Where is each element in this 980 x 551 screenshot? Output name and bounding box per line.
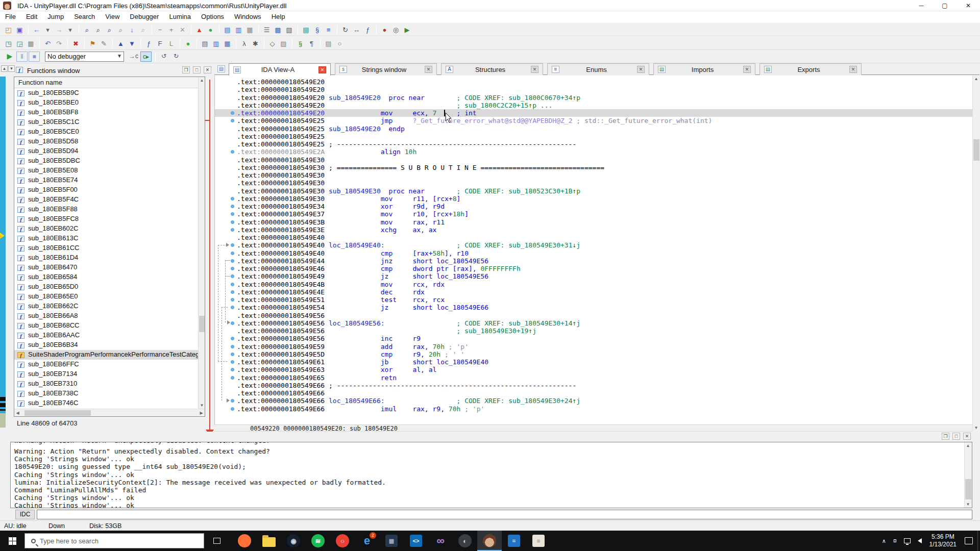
- disasm-line[interactable]: .text:0000000180549E25 ; ---------------…: [215, 140, 972, 148]
- function-row[interactable]: fsub_180EB5E74: [14, 176, 198, 185]
- menu-edit[interactable]: Edit: [21, 11, 42, 22]
- function-row[interactable]: fsub_180EB5D94: [14, 146, 198, 156]
- tab-structures[interactable]: AStructures✕: [441, 63, 543, 75]
- disasm-line[interactable]: .text:0000000180549E56 ; sub_180549E30+1…: [215, 327, 972, 335]
- lumina-status-icon[interactable]: ●: [205, 24, 216, 35]
- taskbar-app-dev-app-icon[interactable]: ▦: [379, 531, 404, 551]
- window-b-icon[interactable]: ▥: [211, 38, 222, 48]
- jump-address-icon[interactable]: ↓: [127, 24, 137, 35]
- tab-exports[interactable]: ▤Exports✕: [760, 63, 862, 75]
- taskbar-clock[interactable]: 5:36 PM 1/13/2021: [929, 533, 957, 548]
- navigate-forward-icon[interactable]: →: [54, 24, 64, 35]
- function-row[interactable]: fsub_180EB5E08: [14, 166, 198, 176]
- edit-icon[interactable]: ✎: [99, 38, 109, 48]
- function-row[interactable]: fsub_180EB5C1C: [14, 117, 198, 127]
- output-restore-icon[interactable]: ❐: [942, 433, 949, 440]
- menu-windows[interactable]: Windows: [229, 11, 266, 22]
- tab-close-icon[interactable]: ✕: [849, 66, 857, 73]
- step-back-icon[interactable]: ↺: [158, 52, 169, 62]
- unhide-item-icon[interactable]: +: [166, 24, 177, 35]
- window-copy-icon[interactable]: ▤: [222, 24, 233, 35]
- scrollbar-thumb[interactable]: [24, 410, 91, 416]
- disasm-line[interactable]: .text:0000000180549E49 jz short loc_1805…: [215, 272, 972, 280]
- functions-close-icon[interactable]: ✕: [204, 66, 211, 73]
- window-c-icon[interactable]: ▦: [222, 38, 233, 48]
- menu-view[interactable]: View: [100, 11, 125, 22]
- redo-icon[interactable]: ↷: [54, 38, 64, 48]
- action-center-icon[interactable]: [965, 537, 973, 544]
- xrefs-icon[interactable]: ↔: [351, 24, 362, 35]
- minimize-button[interactable]: ─: [910, 0, 933, 11]
- tab-close-icon[interactable]: ✕: [425, 66, 432, 73]
- function-row[interactable]: fsub_180EB7134: [14, 369, 198, 379]
- function-row[interactable]: fsub_180EB5BF8: [14, 108, 198, 117]
- disasm-line[interactable]: .text:0000000180549E66 loc_180549E66: ; …: [215, 397, 972, 405]
- taskbar-app-utility-icon[interactable]: ◐: [453, 531, 477, 551]
- function-italic-icon[interactable]: ƒ: [143, 38, 154, 48]
- next-mark-icon[interactable]: ▼: [127, 38, 137, 48]
- run-cursor-icon[interactable]: c▸: [140, 52, 152, 62]
- pause-button[interactable]: Ⅱ: [16, 52, 28, 62]
- menu-debugger[interactable]: Debugger: [125, 11, 164, 22]
- rerun-icon[interactable]: ↻: [170, 52, 182, 62]
- start-button[interactable]: [0, 531, 24, 551]
- disasm-line[interactable]: .text:0000000180549E65 retn: [215, 374, 972, 382]
- disasm-line[interactable]: .text:0000000180549E40 cmp [rax+58h], r1…: [215, 249, 972, 257]
- scroll-up-icon[interactable]: ▲: [973, 76, 979, 82]
- flirt-icon[interactable]: F: [155, 38, 165, 48]
- disasm-line[interactable]: .text:0000000180549E66: [215, 389, 972, 397]
- disasm-line[interactable]: .text:0000000180549E4B mov rcx, rdx: [215, 281, 972, 288]
- functions-column-header[interactable]: Function name: [14, 77, 198, 88]
- function-row[interactable]: fsub_180EB613C: [14, 234, 198, 243]
- navigate-back-icon[interactable]: ←: [31, 24, 42, 35]
- taskbar-app-ida-icon[interactable]: [477, 531, 502, 551]
- navigation-band[interactable]: [0, 77, 6, 428]
- flow-chart-icon[interactable]: ▧: [284, 24, 295, 35]
- microphone-icon[interactable]: ¤: [893, 537, 897, 544]
- function-row[interactable]: fSuiteShaderProgramPerformancekPerforman…: [14, 350, 198, 360]
- function-row[interactable]: fsub_180EB5DBC: [14, 156, 198, 166]
- function-row[interactable]: fsub_180EB5F00: [14, 185, 198, 195]
- function-row[interactable]: fsub_180EB5D58: [14, 137, 198, 146]
- stop-button[interactable]: ■: [29, 52, 40, 62]
- scroll-up-icon[interactable]: ▲: [1, 65, 8, 72]
- disassembly-view[interactable]: .text:0000000180549E20.text:000000018054…: [214, 76, 972, 424]
- tab-ida-view-a[interactable]: ▤IDA View-A✕: [229, 63, 331, 76]
- function-row[interactable]: fsub_180EB66A8: [14, 311, 198, 321]
- network-icon[interactable]: [904, 538, 911, 543]
- output-maximize-icon[interactable]: □: [952, 433, 960, 440]
- function-row[interactable]: fsub_180EB5BE0: [14, 98, 198, 108]
- disasm-line[interactable]: .text:0000000180549E20 sub_180549E20 pro…: [215, 94, 972, 102]
- function-row[interactable]: fsub_180EB602C: [14, 224, 198, 234]
- scrollbar-thumb[interactable]: [965, 479, 971, 499]
- scrollbar-thumb[interactable]: [199, 316, 205, 332]
- disasm-line[interactable]: .text:0000000180549E25 jmp ?_Get_future_…: [215, 117, 972, 124]
- taskbar-app-spotify-icon[interactable]: ≋: [306, 531, 330, 551]
- taskbar-app-steam-icon[interactable]: ◉: [281, 531, 306, 551]
- abort-icon[interactable]: ✖: [70, 38, 81, 48]
- taskbar-app-edge-icon[interactable]: e2: [355, 531, 379, 551]
- disasm-line[interactable]: .text:0000000180549E5D cmp r9, 20h ; ' ': [215, 350, 972, 358]
- function-row[interactable]: fsub_180EB68CC: [14, 321, 198, 331]
- tab-enums[interactable]: ≡Enums✕: [547, 63, 649, 75]
- disasm-line[interactable]: .text:0000000180549E30 ; ===============…: [215, 164, 972, 171]
- plugins-icon[interactable]: ¶: [306, 38, 317, 48]
- tab-close-icon[interactable]: ✕: [743, 66, 751, 73]
- taskbar-app-browser-icon[interactable]: ○: [330, 531, 355, 551]
- forward-history-icon[interactable]: ▾: [65, 24, 76, 35]
- functions-restore-icon[interactable]: ❐: [182, 66, 190, 73]
- back-history-icon[interactable]: ▾: [42, 24, 53, 35]
- run-button[interactable]: ▶: [4, 52, 15, 62]
- disasm-line[interactable]: .text:0000000180549E30: [215, 171, 972, 179]
- script-icon[interactable]: §: [295, 38, 306, 48]
- function-row[interactable]: fsub_180EB6584: [14, 272, 198, 282]
- window-a-icon[interactable]: ▤: [200, 38, 210, 48]
- graph-view-icon[interactable]: ▩: [273, 24, 283, 35]
- output-close-icon[interactable]: ✕: [963, 433, 971, 440]
- text-view-icon[interactable]: ☰: [261, 24, 272, 35]
- close-button[interactable]: ✕: [957, 0, 980, 11]
- disasm-line[interactable]: .text:0000000180549E30 mov r11, [rcx+8]: [215, 195, 972, 203]
- menu-options[interactable]: Options: [196, 11, 229, 22]
- enums-view-icon[interactable]: ≡: [323, 24, 334, 35]
- disasm-line[interactable]: .text:0000000180549E54 jz short loc_1805…: [215, 304, 972, 311]
